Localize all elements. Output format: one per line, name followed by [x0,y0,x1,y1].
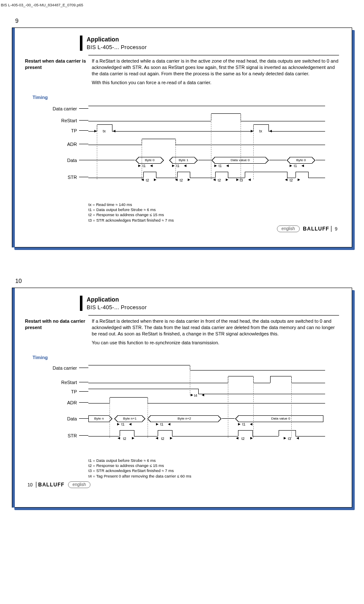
data-box: Byte n+1 [117,415,142,422]
timing-diagram: Data carrier ReStart TP ADR Data STR [25,102,339,200]
data-box: Byte 0 [290,157,312,164]
brand-logo: BALLUFF [303,225,329,232]
divider [88,315,339,316]
divider [88,55,339,55]
timing-marker: t2 [123,436,126,441]
section-row: Restart with no data carrier present If … [25,318,339,348]
title: Application [87,296,147,304]
timing-marker: tx [259,129,262,134]
page-number-top: 9 [15,17,364,25]
footer-page-number: 9 [335,226,337,232]
timing-notes: tx = Read time ≈ 140 ms t1 = Data output… [88,202,339,223]
section-body: If a ReStart is detected when there is n… [92,318,339,348]
note-line: t3 = STR acknowledges ReStart finished ≈… [88,218,339,223]
timing-marker: t1 [121,422,125,427]
signal-label: TP [33,128,77,134]
page-footer: 10 BALLUFF english [26,481,339,488]
signal-label: ReStart [33,379,77,386]
brand-logo: BALLUFF [38,481,64,488]
timing-marker: t2 [146,178,149,183]
timing-marker: t2 [180,178,183,183]
page-footer: english BALLUFF 9 [25,225,339,232]
signal-label: Data carrier [33,365,77,371]
note-line: tx = Read time ≈ 140 ms [88,202,339,207]
timing-marker: t1 [142,163,146,168]
note-line: t2 = Response to address change ≤ 15 ms [88,463,339,468]
language-pill: english [277,225,300,232]
footer-page-number: 10 [27,482,33,488]
note-line: t3 = STR acknowledges ReStart finished ≈… [88,468,339,473]
page-card: Application BIS L-405-... Processor Rest… [12,27,352,247]
title-bar-icon [80,296,82,311]
timing-marker: t1 [294,163,297,168]
divider-icon [331,226,331,232]
timing-marker: t3 [288,436,291,441]
data-box: Data value 0 [214,157,265,164]
card-body: Application BIS L-405-... Processor Rest… [12,27,352,247]
data-box: Byte n [88,415,109,422]
title-bar-icon [80,36,82,51]
section-body: If a ReStart is detected while a data ca… [92,58,339,88]
note-line: t1 = Data output before Strobe ≈ 6 ms [88,458,339,463]
section-label: Restart with no data carrier present [25,318,92,348]
timing-marker: t2 [218,178,221,183]
note-line: t1 = Data output before Strobe ≈ 6 ms [88,207,339,212]
signal-label: STR [33,174,77,181]
timing-marker: t2 [161,436,164,441]
page-number-top: 10 [15,277,364,285]
card-body: Application BIS L-405-... Processor Rest… [12,288,352,508]
signal-label: Data [33,416,77,422]
language-pill: english [68,481,91,488]
timing-marker: t2 [241,436,245,441]
body-paragraph: You can use this function to re-synchron… [92,340,339,346]
signal-label: ADR [33,400,77,406]
body-paragraph: If a ReStart is detected while a data ca… [92,58,339,77]
timing-marker: t1 [242,422,246,427]
timing-marker: t1 [176,163,180,168]
timing-marker: t4 [194,393,197,398]
timing-marker: t1 [219,163,222,168]
timing-diagram: Data carrier ReStart TP ADR Data STR [25,362,339,456]
data-box: Data value 0 [238,415,323,422]
timing-marker: t2 [290,178,293,183]
section-label: Restart when data carrier is present [25,58,92,88]
signal-label: STR [33,433,77,439]
signal-label: Data carrier [33,106,77,112]
divider-icon [36,482,36,488]
subtitle: BIS L-405-... Processor [87,304,147,311]
timing-notes: t1 = Data output before Strobe ≈ 6 ms t2… [88,458,339,479]
note-line: t2 = Response to address change ≤ 15 ms [88,212,339,217]
body-paragraph: With this function you can force a re-re… [92,80,339,86]
title-block: Application BIS L-405-... Processor [80,36,339,51]
signal-label: Data [33,157,77,164]
title: Application [87,36,147,44]
timing-heading: Timing [33,94,339,101]
body-paragraph: If a ReStart is detected when there is n… [92,318,339,337]
section-row: Restart when data carrier is present If … [25,58,339,88]
signal-label: ADR [33,141,77,148]
signal-label: ReStart [33,118,77,124]
timing-marker: tx [103,129,106,134]
note-line: t4 = Tag Present 0 after removing the da… [88,474,339,479]
data-box: Byte n+2 [150,415,218,422]
file-header: BIS L-405-03_-00_-05-MU_834487_E_0709.p6… [1,3,364,8]
page-card: Application BIS L-405-... Processor Rest… [12,288,352,508]
title-block: Application BIS L-405-... Processor [80,296,339,311]
subtitle: BIS L-405-... Processor [87,44,147,51]
signal-label: TP [33,389,77,395]
timing-heading: Timing [33,354,339,361]
timing-marker: t1 [160,422,164,427]
